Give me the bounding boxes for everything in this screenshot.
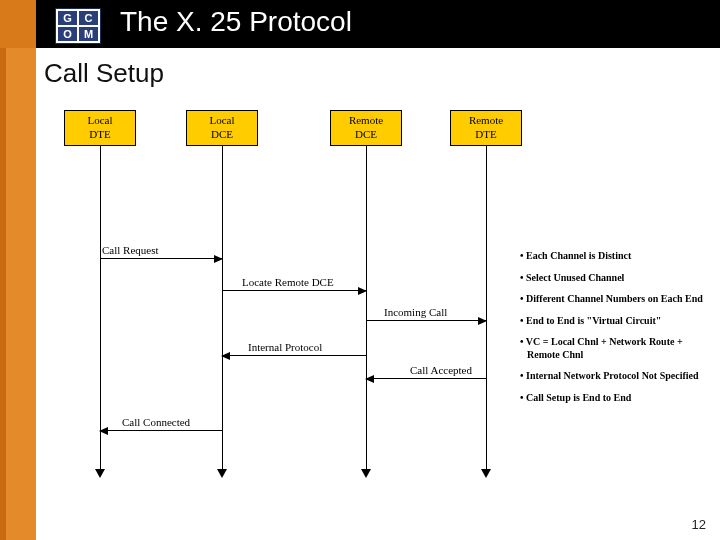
lifeline-arrow-remote-dte [481,469,491,478]
lifeline-box-remote-dte: Remote DTE [450,110,522,146]
note-item: • Different Channel Numbers on Each End [520,293,705,306]
arrow-left-icon [365,375,374,383]
lifeline-remote-dte [486,146,487,471]
lifeline-label-line2: DCE [331,128,401,142]
arrow-right-icon [478,317,487,325]
logo-cell-g: G [58,11,77,25]
lifeline-label-line2: DTE [65,128,135,142]
msg-locate-remote-dce [222,290,366,291]
msg-label-locate-remote-dce: Locate Remote DCE [242,276,334,288]
lifeline-arrow-local-dte [95,469,105,478]
title-accent-stripe [0,0,36,48]
lifeline-arrow-remote-dce [361,469,371,478]
lifeline-arrow-local-dce [217,469,227,478]
arrow-right-icon [358,287,367,295]
msg-label-call-connected: Call Connected [122,416,190,428]
lifeline-local-dte [100,146,101,471]
msg-call-connected [100,430,222,431]
msg-call-accepted [366,378,486,379]
logo-cell-o: O [58,27,77,41]
lifeline-label-line1: Remote [331,114,401,128]
note-item: • VC = Local Chnl + Network Route + Remo… [520,336,705,361]
gcom-logo: G C O M [55,8,101,44]
lifeline-label-line2: DTE [451,128,521,142]
msg-label-call-request: Call Request [102,244,159,256]
lifeline-box-local-dce: Local DCE [186,110,258,146]
note-item: • Each Channel is Distinct [520,250,705,263]
title-bar: G C O M The X. 25 Protocol [0,0,720,48]
logo-cell-c: C [79,11,98,25]
arrow-right-icon [214,255,223,263]
slide-subtitle: Call Setup [44,58,164,89]
msg-internal-protocol [222,355,366,356]
msg-label-incoming-call: Incoming Call [384,306,447,318]
logo-cell-m: M [79,27,98,41]
slide-title: The X. 25 Protocol [120,6,352,38]
msg-call-request [100,258,222,259]
msg-label-internal-protocol: Internal Protocol [248,341,322,353]
arrow-left-icon [99,427,108,435]
page-number: 12 [692,517,706,532]
lifeline-label-line1: Local [187,114,257,128]
lifeline-box-remote-dce: Remote DCE [330,110,402,146]
lifeline-label-line2: DCE [187,128,257,142]
note-item: • Call Setup is End to End [520,392,705,405]
lifeline-box-local-dte: Local DTE [64,110,136,146]
side-accent-light [6,48,36,540]
msg-incoming-call [366,320,486,321]
note-item: • Internal Network Protocol Not Specifie… [520,370,705,383]
msg-label-call-accepted: Call Accepted [410,364,472,376]
lifeline-label-line1: Local [65,114,135,128]
lifeline-remote-dce [366,146,367,471]
lifeline-local-dce [222,146,223,471]
arrow-left-icon [221,352,230,360]
note-item: • End to End is "Virtual Circuit" [520,315,705,328]
note-item: • Select Unused Channel [520,272,705,285]
notes-list: • Each Channel is Distinct • Select Unus… [520,250,705,413]
lifeline-label-line1: Remote [451,114,521,128]
